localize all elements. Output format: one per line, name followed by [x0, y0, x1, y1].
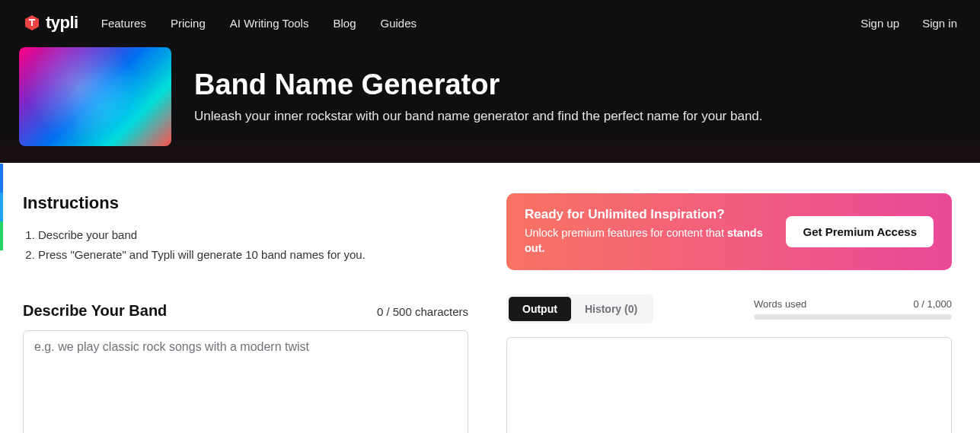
band-description-input[interactable]	[23, 330, 468, 433]
page-title: Band Name Generator	[194, 68, 763, 101]
output-box	[506, 337, 952, 433]
tab-output[interactable]: Output	[509, 297, 571, 321]
premium-subtitle: Unlock premium features for content that…	[525, 225, 771, 256]
char-count: 0 / 500 characters	[377, 305, 468, 318]
twitter-share-button[interactable]	[0, 193, 3, 221]
hero-image	[19, 47, 171, 146]
instruction-item: Describe your band	[38, 225, 468, 245]
describe-header: Describe Your Band 0 / 500 characters	[23, 302, 468, 320]
left-column: Instructions Describe your band Press "G…	[23, 193, 468, 433]
logo[interactable]: typli	[23, 13, 78, 33]
words-used-count: 0 / 1,000	[913, 298, 952, 310]
words-used-row: Words used 0 / 1,000	[754, 298, 952, 310]
premium-title: Ready for Unlimited Inspiration?	[525, 207, 771, 222]
nav-ai-tools[interactable]: AI Writing Tools	[230, 17, 309, 30]
describe-heading: Describe Your Band	[23, 302, 167, 320]
social-share-bar	[0, 164, 3, 250]
words-used-widget: Words used 0 / 1,000	[754, 298, 952, 320]
hero-content: Band Name Generator Unleash your inner r…	[194, 47, 763, 124]
hero-section: Band Name Generator Unleash your inner r…	[0, 46, 980, 163]
header-right: Sign up Sign in	[860, 17, 957, 30]
main-content: Instructions Describe your band Press "G…	[0, 163, 980, 433]
logo-text: typli	[46, 13, 78, 33]
output-controls-row: Output History (0) Words used 0 / 1,000	[506, 295, 952, 323]
main-nav: Features Pricing AI Writing Tools Blog G…	[101, 17, 417, 30]
logo-icon	[23, 14, 41, 32]
tab-history[interactable]: History (0)	[571, 297, 651, 321]
facebook-share-button[interactable]	[0, 164, 3, 193]
whatsapp-share-button[interactable]	[0, 221, 3, 250]
right-column: Ready for Unlimited Inspiration? Unlock …	[506, 193, 952, 433]
words-used-label: Words used	[754, 298, 806, 310]
sign-in-link[interactable]: Sign in	[922, 17, 957, 30]
words-progress-bar	[754, 314, 952, 320]
instruction-item: Press "Generate" and Typli will generate…	[38, 245, 468, 265]
instructions-list: Describe your band Press "Generate" and …	[23, 225, 468, 264]
sign-up-link[interactable]: Sign up	[860, 17, 899, 30]
premium-text: Ready for Unlimited Inspiration? Unlock …	[525, 207, 771, 256]
instructions-heading: Instructions	[23, 193, 468, 213]
get-premium-button[interactable]: Get Premium Access	[786, 216, 934, 247]
nav-pricing[interactable]: Pricing	[171, 17, 206, 30]
nav-blog[interactable]: Blog	[333, 17, 356, 30]
output-tabs: Output History (0)	[506, 295, 653, 323]
header-left: typli Features Pricing AI Writing Tools …	[23, 13, 417, 33]
top-header: typli Features Pricing AI Writing Tools …	[0, 0, 980, 46]
page-subtitle: Unleash your inner rockstar with our ban…	[194, 109, 763, 124]
premium-banner: Ready for Unlimited Inspiration? Unlock …	[506, 193, 952, 270]
nav-guides[interactable]: Guides	[380, 17, 417, 30]
nav-features[interactable]: Features	[101, 17, 146, 30]
